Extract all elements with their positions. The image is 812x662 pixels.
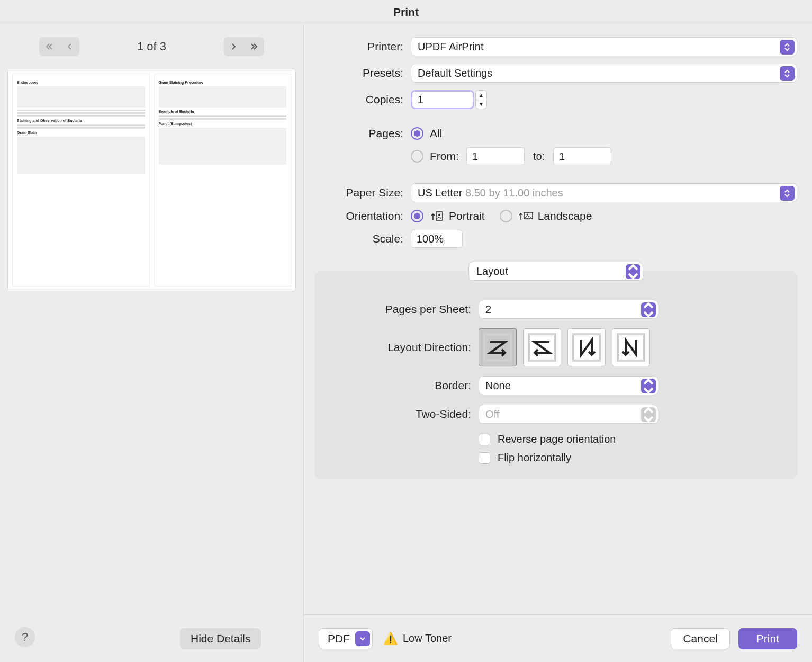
border-label: Border: <box>325 379 479 392</box>
border-select[interactable]: None <box>479 376 658 395</box>
pdf-button[interactable]: PDF <box>319 628 373 649</box>
updown-icon <box>780 66 795 81</box>
printer-label: Printer: <box>314 40 411 53</box>
updown-icon <box>641 302 656 317</box>
prev-page-button[interactable] <box>59 37 79 56</box>
warning-text: Low Toner <box>403 632 452 645</box>
copies-label: Copies: <box>314 93 411 106</box>
pages-all-radio[interactable] <box>411 127 423 140</box>
paper-size-select[interactable]: US Letter 8.50 by 11.00 inches <box>411 183 797 202</box>
landscape-icon <box>519 211 534 221</box>
hide-details-button[interactable]: Hide Details <box>180 628 261 649</box>
preview-page-2: Gram Staining Procedure Example of Bacte… <box>154 74 292 287</box>
scale-label: Scale: <box>314 232 411 245</box>
preview-sheet: Endospores Staining and Observation of B… <box>7 69 296 291</box>
updown-icon <box>780 40 795 55</box>
copies-input[interactable]: 1 <box>411 90 474 109</box>
page-indicator: 1 of 3 <box>137 40 166 53</box>
pages-per-sheet-label: Pages per Sheet: <box>325 303 479 316</box>
layout-section: Layout Pages per Sheet: 2 Layout Directi… <box>314 271 797 479</box>
paper-size-label: Paper Size: <box>314 186 411 199</box>
orientation-landscape-label: Landscape <box>538 210 592 222</box>
layout-dir-2-button[interactable] <box>523 328 561 366</box>
portrait-icon <box>430 211 445 221</box>
orientation-landscape-radio[interactable] <box>500 210 512 222</box>
flip-label: Flip horizontally <box>498 452 571 464</box>
last-page-button[interactable] <box>244 37 264 56</box>
orientation-label: Orientation: <box>314 210 411 222</box>
pages-all-label: All <box>430 127 442 140</box>
layout-dir-3-button[interactable] <box>567 328 606 366</box>
svg-point-1 <box>438 214 440 216</box>
chevron-down-icon <box>355 631 370 646</box>
svg-point-3 <box>526 214 528 216</box>
scale-input[interactable]: 100% <box>411 230 463 248</box>
preview-page-1: Endospores Staining and Observation of B… <box>12 74 150 287</box>
pages-to-input[interactable]: 1 <box>553 147 611 165</box>
reverse-checkbox[interactable] <box>479 434 490 445</box>
printer-select[interactable]: UPDF AirPrint <box>411 37 797 56</box>
dialog-title: Print <box>0 0 812 24</box>
layout-dir-4-button[interactable] <box>612 328 650 366</box>
stepper-down-icon[interactable]: ▼ <box>475 100 487 110</box>
footer: PDF ⚠️ Low Toner Cancel Print <box>304 614 812 662</box>
updown-icon <box>641 379 656 393</box>
pages-range-radio[interactable] <box>411 150 423 163</box>
print-button[interactable]: Print <box>738 628 797 649</box>
flip-checkbox[interactable] <box>479 452 490 464</box>
updown-icon <box>626 264 640 279</box>
detail-section-select[interactable]: Layout <box>468 262 643 281</box>
presets-label: Presets: <box>314 67 411 79</box>
help-button[interactable]: ? <box>15 627 35 647</box>
pages-from-label: From: <box>430 150 459 163</box>
cancel-button[interactable]: Cancel <box>671 628 729 649</box>
pages-to-label: to: <box>533 150 545 163</box>
pages-label: Pages: <box>314 127 411 140</box>
orientation-portrait-label: Portrait <box>449 210 485 222</box>
pages-per-sheet-select[interactable]: 2 <box>479 300 658 319</box>
print-dialog: Print 1 of 3 Endospores Sta <box>0 0 812 662</box>
two-sided-select: Off <box>479 405 658 424</box>
pages-from-input[interactable]: 1 <box>466 147 525 165</box>
stepper-up-icon[interactable]: ▲ <box>475 90 487 100</box>
orientation-portrait-radio[interactable] <box>411 210 423 222</box>
settings-pane: Printer: UPDF AirPrint Presets: Default … <box>304 24 812 662</box>
two-sided-label: Two-Sided: <box>325 408 479 421</box>
warning-icon: ⚠️ <box>383 632 398 646</box>
next-page-button[interactable] <box>224 37 244 56</box>
copies-stepper[interactable]: ▲ ▼ <box>475 90 487 109</box>
updown-icon <box>641 407 656 422</box>
updown-icon <box>780 186 795 201</box>
layout-direction-label: Layout Direction: <box>325 341 479 354</box>
layout-dir-1-button[interactable] <box>479 328 517 366</box>
presets-select[interactable]: Default Settings <box>411 64 797 83</box>
first-page-button[interactable] <box>39 37 59 56</box>
reverse-label: Reverse page orientation <box>498 433 616 445</box>
preview-pane: 1 of 3 Endospores Staining and Observati… <box>0 24 304 662</box>
